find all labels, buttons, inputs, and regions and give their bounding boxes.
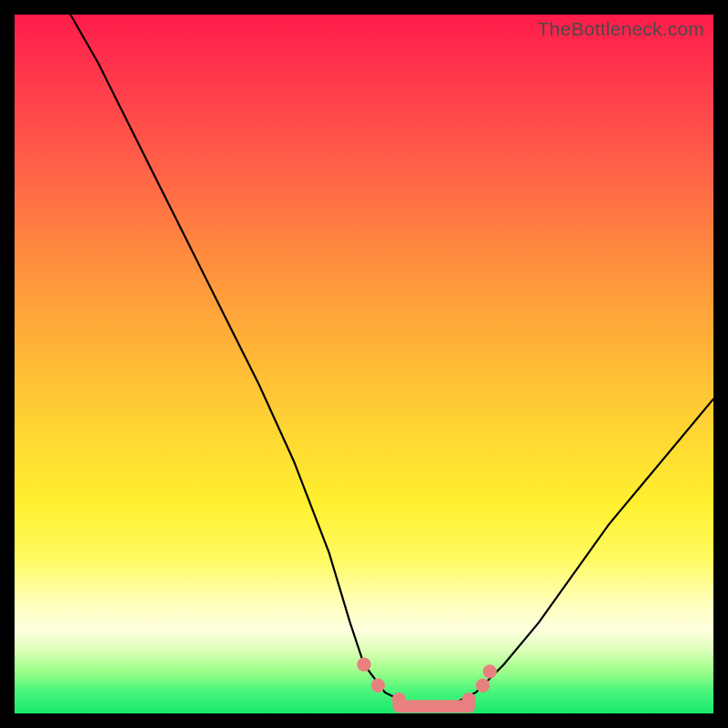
marker-bead: [392, 693, 406, 706]
optimal-range-markers: [357, 658, 497, 707]
marker-bead: [371, 679, 385, 693]
marker-bead: [483, 664, 497, 678]
bottleneck-curve: [70, 15, 713, 706]
outer-frame: TheBottleneck.com: [0, 0, 728, 728]
marker-bead: [357, 658, 370, 672]
chart-svg: [15, 15, 713, 713]
plot-area: TheBottleneck.com: [15, 15, 713, 713]
marker-bead: [462, 693, 476, 706]
marker-bead: [476, 679, 490, 693]
